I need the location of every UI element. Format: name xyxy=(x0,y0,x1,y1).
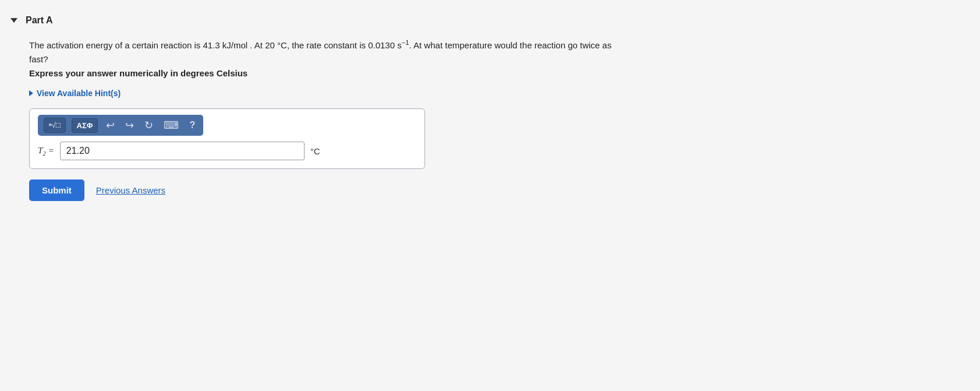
greek-button[interactable]: ΑΣΦ xyxy=(72,118,98,133)
refresh-button[interactable]: ↻ xyxy=(142,119,155,132)
redo-icon: ↪ xyxy=(125,119,134,131)
answer-input[interactable] xyxy=(60,142,305,160)
sqrt-icon: ⁿ√□ xyxy=(49,121,61,130)
math-toolbar: ⁿ√□ ΑΣΦ ↩ ↪ ↻ ⌨ ? xyxy=(38,115,203,136)
hint-toggle[interactable]: View Available Hint(s) xyxy=(29,89,623,98)
question-instruction: Express your answer numerically in degre… xyxy=(29,68,247,78)
question-text-before: The activation energy of a certain react… xyxy=(29,40,402,50)
undo-button[interactable]: ↩ xyxy=(104,119,117,132)
part-header: Part A xyxy=(0,10,980,31)
hint-label: View Available Hint(s) xyxy=(37,89,121,98)
refresh-icon: ↻ xyxy=(144,119,153,131)
help-icon: ? xyxy=(187,120,197,131)
question-text: The activation energy of a certain react… xyxy=(29,37,623,80)
question-superscript: −1 xyxy=(402,39,409,46)
previous-answers-link[interactable]: Previous Answers xyxy=(96,185,165,195)
sqrt-button[interactable]: ⁿ√□ xyxy=(44,118,66,133)
input-row: T2 = °C xyxy=(38,142,416,160)
part-collapse-icon[interactable] xyxy=(10,18,17,23)
hint-chevron-icon xyxy=(29,90,33,96)
variable-label: T2 = xyxy=(38,146,54,157)
undo-icon: ↩ xyxy=(106,119,115,131)
content-area: The activation energy of a certain react… xyxy=(0,31,641,207)
greek-label: ΑΣΦ xyxy=(77,121,93,130)
keyboard-icon: ⌨ xyxy=(164,119,179,131)
answer-box: ⁿ√□ ΑΣΦ ↩ ↪ ↻ ⌨ ? xyxy=(29,108,425,169)
part-label: Part A xyxy=(26,15,53,26)
submit-button[interactable]: Submit xyxy=(29,179,84,201)
keyboard-button[interactable]: ⌨ xyxy=(161,119,181,132)
page-container: Part A The activation energy of a certai… xyxy=(0,0,980,391)
redo-button[interactable]: ↪ xyxy=(123,119,136,132)
unit-label: °C xyxy=(310,146,320,156)
actions-row: Submit Previous Answers xyxy=(29,179,623,201)
